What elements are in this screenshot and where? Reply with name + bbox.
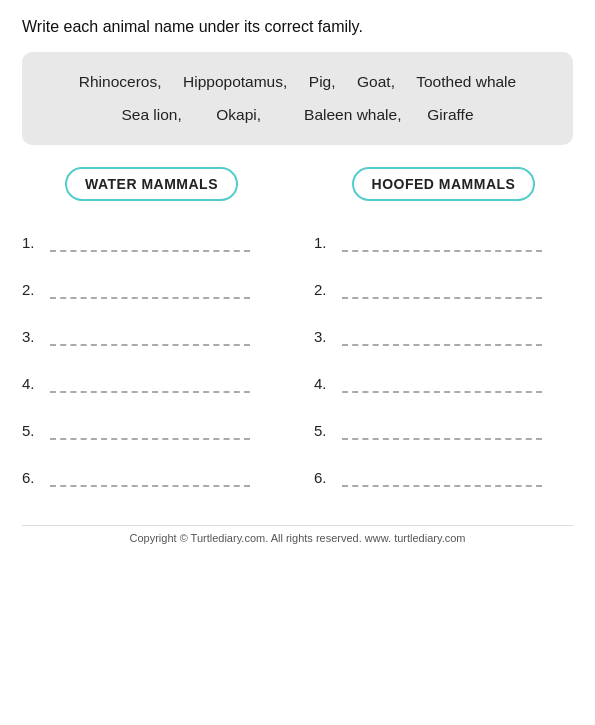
hoofed-input-3[interactable] <box>342 327 542 346</box>
water-input-4[interactable] <box>50 374 250 393</box>
answer-columns: WATER MAMMALS 1. 2. 3. 4. 5. 6. HOOFED <box>22 167 573 515</box>
water-answer-row-3: 3. <box>22 327 281 346</box>
hoofed-mammals-label: HOOFED MAMMALS <box>352 167 536 201</box>
word-bank-content: Rhinoceros, Hippopotamus, Pig, Goat, Too… <box>79 73 516 123</box>
hoofed-input-6[interactable] <box>342 468 542 487</box>
water-answer-row-6: 6. <box>22 468 281 487</box>
water-input-2[interactable] <box>50 280 250 299</box>
water-number-6: 6. <box>22 469 46 486</box>
word-bank: Rhinoceros, Hippopotamus, Pig, Goat, Too… <box>22 52 573 145</box>
hoofed-input-1[interactable] <box>342 233 542 252</box>
hoofed-number-3: 3. <box>314 328 338 345</box>
water-answer-row-4: 4. <box>22 374 281 393</box>
hoofed-answer-row-4: 4. <box>314 374 573 393</box>
water-number-5: 5. <box>22 422 46 439</box>
water-input-6[interactable] <box>50 468 250 487</box>
instructions-text: Write each animal name under its correct… <box>22 18 573 36</box>
hoofed-answer-row-1: 1. <box>314 233 573 252</box>
hoofed-number-4: 4. <box>314 375 338 392</box>
hoofed-input-2[interactable] <box>342 280 542 299</box>
hoofed-mammals-column: HOOFED MAMMALS 1. 2. 3. 4. 5. 6. <box>314 167 573 515</box>
hoofed-input-4[interactable] <box>342 374 542 393</box>
hoofed-number-1: 1. <box>314 234 338 251</box>
water-number-3: 3. <box>22 328 46 345</box>
water-mammals-label: WATER MAMMALS <box>65 167 238 201</box>
footer-text: Copyright © Turtlediary.com. All rights … <box>22 525 573 544</box>
water-number-1: 1. <box>22 234 46 251</box>
water-mammals-column: WATER MAMMALS 1. 2. 3. 4. 5. 6. <box>22 167 281 515</box>
hoofed-number-5: 5. <box>314 422 338 439</box>
hoofed-answer-row-6: 6. <box>314 468 573 487</box>
hoofed-number-2: 2. <box>314 281 338 298</box>
water-answer-row-1: 1. <box>22 233 281 252</box>
water-input-5[interactable] <box>50 421 250 440</box>
water-input-3[interactable] <box>50 327 250 346</box>
water-number-2: 2. <box>22 281 46 298</box>
water-number-4: 4. <box>22 375 46 392</box>
water-answer-row-5: 5. <box>22 421 281 440</box>
hoofed-answer-row-2: 2. <box>314 280 573 299</box>
hoofed-number-6: 6. <box>314 469 338 486</box>
hoofed-input-5[interactable] <box>342 421 542 440</box>
hoofed-answer-row-3: 3. <box>314 327 573 346</box>
water-input-1[interactable] <box>50 233 250 252</box>
hoofed-answer-row-5: 5. <box>314 421 573 440</box>
water-answer-row-2: 2. <box>22 280 281 299</box>
